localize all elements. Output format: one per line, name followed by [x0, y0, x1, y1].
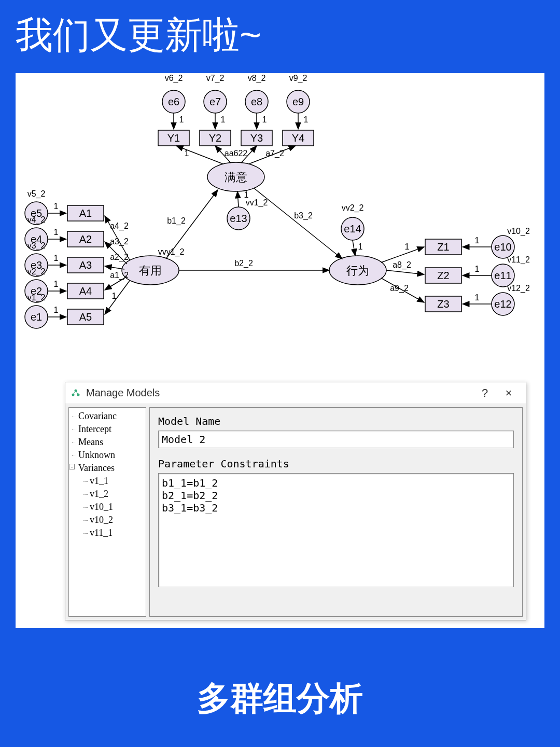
svg-text:1: 1 [244, 190, 249, 199]
svg-text:e8: e8 [251, 96, 262, 107]
dialog-titlebar[interactable]: Manage Models ? × [65, 382, 526, 404]
svg-text:v11_2: v11_2 [507, 255, 530, 265]
model-name-input[interactable] [158, 431, 514, 448]
svg-text:1: 1 [112, 292, 117, 300]
svg-text:a3_2: a3_2 [110, 237, 129, 246]
observed-Y3[interactable]: Y3 [241, 130, 272, 146]
svg-text:Y1: Y1 [167, 132, 180, 144]
observed-Y2[interactable]: Y2 [200, 130, 231, 146]
error-e9[interactable]: e9 v9_2 [287, 74, 310, 113]
svg-text:v1_2: v1_2 [27, 293, 46, 302]
svg-text:v6_2: v6_2 [165, 74, 183, 83]
svg-text:1: 1 [405, 242, 410, 251]
error-e13[interactable]: e13 vv1_2 [227, 198, 268, 230]
close-button[interactable]: × [497, 382, 521, 404]
svg-line-102 [254, 188, 342, 259]
svg-text:a2_2: a2_2 [110, 253, 129, 262]
observed-Z2[interactable]: Z2 [425, 268, 461, 283]
tree-item[interactable]: Intercept [69, 423, 146, 436]
svg-text:Y4: Y4 [292, 132, 304, 144]
error-e11[interactable]: e11v11_2 [492, 255, 530, 287]
page-footer: 多群组分析 [73, 663, 487, 734]
tree-item[interactable]: Means [69, 436, 146, 449]
observed-Y4[interactable]: Y4 [283, 130, 314, 146]
error-e12[interactable]: e12v12_2 [492, 284, 530, 315]
error-e10[interactable]: e10v10_2 [492, 227, 530, 258]
main-canvas: e6 v6_2 e7 v7_2 e8 v8_2 e9 v9_2 1 [16, 73, 544, 628]
svg-text:Z2: Z2 [437, 270, 449, 281]
sem-diagram: e6 v6_2 e7 v7_2 e8 v8_2 e9 v9_2 1 [16, 73, 544, 374]
error-e6[interactable]: e6 v6_2 [162, 74, 185, 113]
svg-text:e10: e10 [494, 241, 511, 253]
svg-line-31 [176, 146, 223, 164]
model-name-label: Model Name [158, 415, 514, 427]
observed-Z3[interactable]: Z3 [425, 296, 461, 312]
tree-item[interactable]: Unknown [69, 449, 146, 462]
svg-text:a1_2: a1_2 [110, 271, 129, 280]
svg-line-112 [386, 270, 424, 274]
observed-A1[interactable]: A1 [67, 205, 104, 221]
observed-A4[interactable]: A4 [67, 283, 104, 299]
svg-text:1: 1 [54, 202, 59, 211]
svg-line-41 [237, 191, 239, 207]
svg-text:A1: A1 [79, 208, 92, 219]
tree-item[interactable]: v1_2 [69, 488, 146, 501]
svg-text:v12_2: v12_2 [507, 284, 530, 293]
latent-behavior[interactable]: 行为 [329, 256, 386, 285]
svg-text:Z1: Z1 [437, 241, 449, 253]
observed-A2[interactable]: A2 [67, 231, 104, 247]
svg-text:1: 1 [475, 265, 480, 273]
error-e7[interactable]: e7 v7_2 [204, 74, 227, 113]
svg-text:行为: 行为 [346, 264, 369, 277]
svg-text:1: 1 [54, 306, 59, 314]
svg-text:v4_2: v4_2 [27, 215, 46, 225]
svg-text:e1: e1 [31, 311, 42, 323]
tree-item[interactable]: Covarianc [69, 410, 146, 423]
manage-models-dialog: Manage Models ? × Covarianc Intercept Me… [65, 382, 526, 620]
svg-text:vv2_2: vv2_2 [342, 203, 364, 213]
error-e14[interactable]: e14 vv2_2 [341, 203, 364, 240]
svg-text:v3_2: v3_2 [27, 241, 46, 251]
constraints-label: Parameter Constraints [158, 458, 514, 470]
svg-text:1: 1 [54, 280, 59, 288]
model-tree[interactable]: Covarianc Intercept Means Unknown -Varia… [68, 407, 146, 617]
svg-text:A4: A4 [79, 285, 92, 297]
tree-item[interactable]: v10_2 [69, 514, 146, 527]
svg-text:1: 1 [179, 115, 184, 124]
observed-A5[interactable]: A5 [67, 309, 104, 325]
svg-text:1: 1 [304, 115, 309, 124]
svg-text:有用: 有用 [139, 264, 162, 277]
svg-text:e7: e7 [209, 96, 221, 107]
error-e1[interactable]: e1v1_2 [25, 293, 48, 328]
svg-text:e11: e11 [494, 270, 511, 281]
svg-text:1: 1 [475, 293, 480, 302]
model-form: Model Name Parameter Constraints [149, 407, 523, 617]
svg-text:1: 1 [54, 254, 59, 262]
observed-A3[interactable]: A3 [67, 257, 104, 273]
svg-text:1: 1 [221, 115, 226, 124]
tree-item-variances[interactable]: -Variances [69, 462, 146, 475]
observed-Y1[interactable]: Y1 [158, 130, 189, 146]
tree-item[interactable]: v10_1 [69, 501, 146, 514]
svg-text:1: 1 [475, 236, 480, 245]
help-button[interactable]: ? [473, 382, 497, 404]
svg-text:aa622: aa622 [225, 149, 248, 158]
svg-text:e9: e9 [292, 96, 304, 107]
svg-text:b1_2: b1_2 [167, 216, 186, 226]
svg-text:a4_2: a4_2 [110, 222, 129, 231]
observed-Z1[interactable]: Z1 [425, 239, 461, 255]
svg-text:vv1_2: vv1_2 [246, 198, 268, 208]
collapse-icon[interactable]: - [69, 464, 75, 469]
tree-item[interactable]: v1_1 [69, 475, 146, 488]
latent-satisfy[interactable]: 满意 [207, 162, 264, 191]
constraints-textarea[interactable] [158, 473, 514, 587]
svg-text:v10_2: v10_2 [507, 227, 530, 236]
svg-text:Z3: Z3 [437, 298, 449, 310]
svg-text:a7_2: a7_2 [265, 149, 284, 158]
error-e8[interactable]: e8 v8_2 [245, 74, 268, 113]
svg-text:e14: e14 [344, 223, 361, 234]
latent-useful[interactable]: 有用 vvy1_2 [122, 247, 184, 285]
svg-text:满意: 满意 [225, 171, 247, 184]
tree-item[interactable]: v11_1 [69, 527, 146, 540]
svg-text:Y3: Y3 [250, 132, 263, 144]
